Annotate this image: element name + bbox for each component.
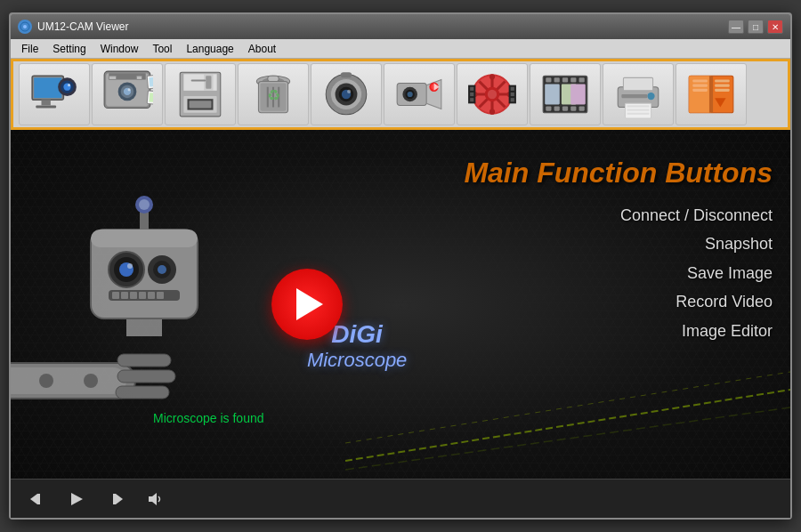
toolbar-save-btn[interactable] <box>165 63 236 125</box>
svg-line-137 <box>345 390 790 461</box>
svg-rect-79 <box>562 77 568 82</box>
svg-rect-94 <box>627 109 650 111</box>
window-controls: — □ ✕ <box>728 20 783 34</box>
svg-point-96 <box>647 93 654 100</box>
svg-point-63 <box>488 90 497 99</box>
toolbar-connect-btn[interactable] <box>19 63 90 125</box>
menu-setting[interactable]: Setting <box>45 41 93 57</box>
svg-rect-69 <box>470 87 473 91</box>
svg-rect-80 <box>570 77 576 82</box>
svg-rect-83 <box>554 106 560 110</box>
svg-point-125 <box>158 265 166 274</box>
svg-text:♻: ♻ <box>267 87 280 104</box>
menu-file[interactable]: File <box>14 41 45 57</box>
open-icon <box>685 69 737 120</box>
menu-tool[interactable]: Tool <box>145 41 179 57</box>
svg-rect-130 <box>139 292 146 299</box>
svg-point-16 <box>128 88 131 91</box>
svg-point-9 <box>68 84 70 86</box>
video-icon <box>393 69 445 120</box>
main-title-text: Main Function Buttons <box>464 157 773 189</box>
toolbar: ♻ <box>11 59 790 130</box>
menu-about[interactable]: About <box>241 41 283 57</box>
svg-rect-82 <box>546 106 551 110</box>
svg-rect-4 <box>42 100 51 105</box>
svg-line-138 <box>345 372 790 443</box>
toolbar-open-btn[interactable] <box>676 63 747 125</box>
menu-language[interactable]: Language <box>179 41 240 57</box>
svg-rect-30 <box>191 79 206 81</box>
title-bar: UM12-CAM Viewer — □ ✕ <box>11 14 790 39</box>
svg-rect-86 <box>579 106 585 110</box>
svg-rect-91 <box>623 77 652 91</box>
close-button[interactable]: ✕ <box>767 20 783 34</box>
function-record: Record Video <box>620 287 773 316</box>
main-window: UM12-CAM Viewer — □ ✕ File Setting Windo… <box>9 12 792 520</box>
svg-rect-93 <box>627 105 650 107</box>
toolbar-film-btn[interactable] <box>457 63 528 125</box>
svg-rect-131 <box>148 292 155 299</box>
svg-rect-144 <box>113 494 116 504</box>
minimize-button[interactable]: — <box>728 20 744 34</box>
play-button[interactable] <box>271 269 343 340</box>
svg-rect-84 <box>562 106 568 110</box>
svg-point-114 <box>39 374 53 388</box>
svg-rect-109 <box>11 367 126 394</box>
menu-bar: File Setting Window Tool Language About <box>11 39 790 59</box>
play-triangle-icon <box>296 288 323 320</box>
svg-rect-74 <box>511 93 514 96</box>
maximize-button[interactable]: □ <box>748 20 764 34</box>
svg-rect-89 <box>570 85 586 105</box>
decorative-lines <box>345 318 790 479</box>
toolbar-print-btn[interactable] <box>603 63 674 125</box>
svg-rect-103 <box>692 89 708 92</box>
svg-rect-71 <box>470 98 473 101</box>
svg-rect-104 <box>715 79 730 82</box>
toolbar-snapshot-btn[interactable] <box>92 63 163 125</box>
connect-icon <box>28 69 80 120</box>
svg-rect-136 <box>91 230 198 247</box>
toolbar-delete-btn[interactable]: ♻ <box>238 63 309 125</box>
robot-illustration <box>11 132 304 452</box>
svg-rect-70 <box>470 93 473 96</box>
svg-rect-112 <box>116 386 169 399</box>
play-pause-button[interactable] <box>64 487 89 512</box>
svg-point-52 <box>408 92 413 97</box>
toolbar-video-btn[interactable] <box>384 63 455 125</box>
svg-rect-97 <box>621 94 647 98</box>
snapshot-icon <box>101 69 153 120</box>
svg-rect-127 <box>112 292 119 299</box>
svg-rect-129 <box>130 292 137 299</box>
function-snapshot: Snapshot <box>620 230 773 258</box>
function-connect: Connect / Disconnect <box>620 201 773 230</box>
skip-back-button[interactable] <box>25 487 50 512</box>
toolbar-record-btn[interactable] <box>311 63 382 125</box>
svg-point-122 <box>127 263 133 269</box>
svg-point-65 <box>490 109 495 115</box>
svg-rect-111 <box>117 370 175 383</box>
svg-rect-85 <box>570 106 576 110</box>
svg-rect-141 <box>37 494 40 504</box>
toolbar-filmstrip-btn[interactable] <box>530 63 601 125</box>
svg-rect-95 <box>627 113 650 115</box>
save-icon <box>174 69 226 120</box>
record-icon <box>320 69 372 120</box>
svg-rect-106 <box>715 89 730 92</box>
svg-marker-143 <box>116 494 123 504</box>
volume-button[interactable] <box>142 487 167 512</box>
trash-icon: ♻ <box>247 69 299 120</box>
function-save: Save Image <box>620 259 773 287</box>
svg-rect-132 <box>157 292 164 299</box>
svg-rect-101 <box>692 79 708 82</box>
status-text: Microscope is found <box>153 411 264 425</box>
print-icon <box>612 69 664 120</box>
svg-rect-102 <box>692 85 708 87</box>
svg-rect-110 <box>117 354 171 367</box>
menu-window[interactable]: Window <box>93 41 146 57</box>
svg-point-45 <box>347 90 351 93</box>
skip-forward-button[interactable] <box>103 487 128 512</box>
title-bar-left: UM12-CAM Viewer <box>18 20 128 34</box>
window-title: UM12-CAM Viewer <box>37 20 128 33</box>
svg-rect-75 <box>511 98 514 101</box>
svg-rect-47 <box>341 72 352 77</box>
